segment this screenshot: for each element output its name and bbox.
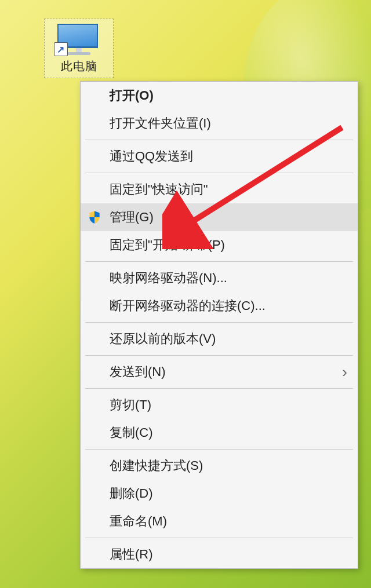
chevron-right-icon: › [342,363,347,381]
shortcut-badge-icon: ↗ [54,42,68,56]
menu-separator [85,355,353,356]
menu-item-manage[interactable]: 管理(G) [81,203,358,231]
menu-item-cut[interactable]: 剪切(T) [81,391,358,419]
menu-item-properties[interactable]: 属性(R) [81,540,358,568]
menu-item-delete[interactable]: 删除(D) [81,480,358,507]
menu-item-open-location[interactable]: 打开文件夹位置(I) [81,109,358,137]
menu-item-label: 打开文件夹位置(I) [110,115,211,132]
menu-separator [85,538,353,538]
menu-item-map-drive[interactable]: 映射网络驱动器(N)... [81,264,358,292]
menu-item-label: 创建快捷方式(S) [110,457,203,474]
menu-item-label: 通过QQ发送到 [110,148,193,165]
menu-separator [85,388,353,389]
menu-item-label: 映射网络驱动器(N)... [110,269,227,287]
menu-separator [85,140,353,140]
menu-item-qq-send[interactable]: 通过QQ发送到 [81,143,358,170]
menu-item-label: 发送到(N) [110,363,166,381]
desktop-icon-this-pc[interactable]: ↗ 此电脑 [44,19,114,78]
menu-item-disconnect-drive[interactable]: 断开网络驱动器的连接(C)... [81,292,358,320]
menu-item-label: 剪切(T) [110,396,151,414]
desktop-icon-label: 此电脑 [48,59,110,74]
menu-item-copy[interactable]: 复制(C) [81,419,358,447]
menu-separator [85,173,353,173]
shield-icon [86,209,103,225]
menu-item-rename[interactable]: 重命名(M) [81,507,358,535]
menu-item-restore-versions[interactable]: 还原以前的版本(V) [81,325,358,353]
menu-item-label: 打开(O) [110,87,154,104]
menu-separator [85,449,353,450]
menu-item-pin-start[interactable]: 固定到"开始"屏幕(P) [81,231,358,259]
menu-item-label: 固定到"开始"屏幕(P) [110,236,225,254]
menu-separator [85,322,353,323]
context-menu: 打开(O) 打开文件夹位置(I) 通过QQ发送到 固定到"快速访问" 管理(G)… [80,81,358,569]
menu-item-label: 还原以前的版本(V) [110,330,216,348]
menu-item-pin-quick-access[interactable]: 固定到"快速访问" [81,176,358,203]
menu-item-label: 属性(R) [110,546,153,563]
menu-item-label: 固定到"快速访问" [110,181,208,198]
menu-item-create-shortcut[interactable]: 创建快捷方式(S) [81,452,358,480]
menu-separator [85,261,353,262]
menu-item-open[interactable]: 打开(O) [81,82,358,109]
menu-item-send-to[interactable]: 发送到(N) › [81,358,358,386]
menu-item-label: 删除(D) [110,485,153,502]
menu-item-label: 管理(G) [110,209,154,226]
computer-icon: ↗ [57,24,101,54]
menu-item-label: 复制(C) [110,424,153,441]
menu-item-label: 断开网络驱动器的连接(C)... [110,297,265,315]
menu-item-label: 重命名(M) [110,513,167,530]
